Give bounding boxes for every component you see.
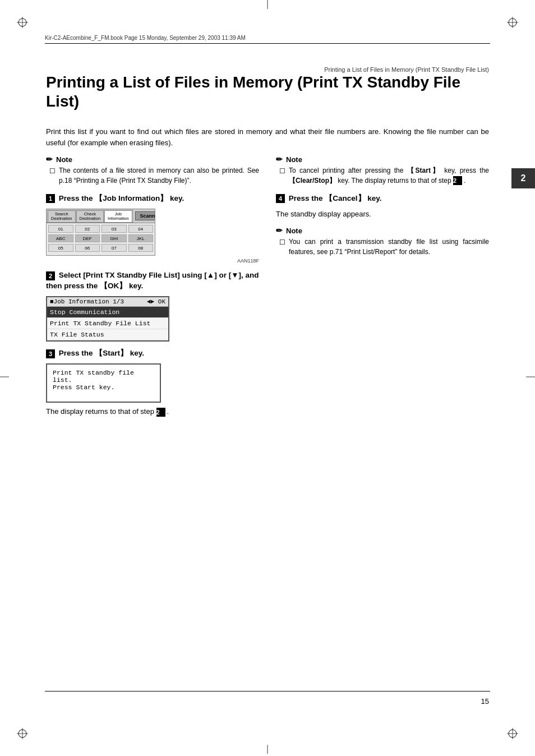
print-line-2: list. bbox=[53, 376, 154, 384]
cell-02: 02 bbox=[75, 225, 100, 233]
right-column: ✏ Note ☐ To cancel printing after pressi… bbox=[276, 155, 489, 423]
note-text-3: You can print a transmission standby fil… bbox=[289, 237, 489, 257]
menu-item-print-tx: Print TX Standby File List bbox=[47, 318, 168, 329]
top-meta: Kir-C2-AEcombine_F_FM.book Page 15 Monda… bbox=[45, 35, 490, 44]
print-line-3: Press Start key. bbox=[53, 384, 154, 391]
image-caption: AAN118F bbox=[46, 258, 259, 264]
step4-text: Press the 【Cancel】 key. bbox=[289, 194, 382, 202]
chapter-tab: 2 bbox=[511, 168, 535, 188]
step3-step-ref: 2 bbox=[156, 407, 167, 416]
scanner-button: Scanner bbox=[135, 211, 155, 220]
step1-number: 1 bbox=[46, 194, 55, 203]
menu-header-text: ■Job Information 1/3 bbox=[50, 298, 124, 305]
tick-bottom bbox=[264, 745, 271, 756]
two-column-layout: ✏ Note ☐ The contents of a file stored i… bbox=[46, 155, 489, 423]
corner-mark-tr bbox=[496, 17, 518, 39]
tick-top bbox=[264, 0, 271, 11]
note-section-1: ✏ Note ☐ The contents of a file stored i… bbox=[46, 155, 259, 186]
note-label-2: Note bbox=[286, 155, 302, 164]
cell-07: 07 bbox=[102, 244, 127, 252]
note-header-2: ✏ Note bbox=[276, 155, 489, 164]
footer-line bbox=[45, 691, 490, 692]
filename-text: Kir-C2-AEcombine_F_FM.book Page 15 Monda… bbox=[45, 35, 246, 41]
cell-abc: ABC bbox=[48, 234, 73, 242]
page-title: Printing a List of Files in Memory (Prin… bbox=[46, 73, 489, 115]
cell-03: 03 bbox=[102, 225, 127, 233]
step1-text: Press the 【Job Information】 key. bbox=[59, 194, 185, 202]
cell-04: 04 bbox=[128, 225, 154, 233]
note-item-1: ☐ The contents of a file stored in memor… bbox=[46, 166, 259, 186]
print-line-1: Print TX standby file bbox=[53, 369, 154, 376]
step2-number: 2 bbox=[46, 271, 55, 280]
chapter-number: 2 bbox=[521, 173, 526, 183]
note-text-2: To cancel printing after pressing the 【S… bbox=[289, 166, 489, 186]
note-section-3: ✏ Note ☐ You can print a transmission st… bbox=[276, 226, 489, 257]
tick-right bbox=[526, 373, 535, 383]
step3-text: Press the 【Start】 key. bbox=[59, 349, 144, 357]
cell-08: 08 bbox=[128, 244, 154, 252]
menu-display: ■Job Information 1/3 ◄► OK Stop Communic… bbox=[46, 296, 169, 342]
tick-left bbox=[0, 373, 9, 383]
cell-def: DEF bbox=[75, 234, 100, 242]
main-content: Printing a List of Files in Memory (Prin… bbox=[46, 73, 489, 424]
menu-header-row: ■Job Information 1/3 ◄► OK bbox=[47, 297, 168, 307]
cell-05: 05 bbox=[48, 244, 73, 252]
pencil-icon-1: ✏ bbox=[46, 155, 53, 164]
scanner-row-2: ABC DEF GHI JKL bbox=[48, 234, 153, 242]
note-section-2: ✏ Note ☐ To cancel printing after pressi… bbox=[276, 155, 489, 186]
cell-ghi: GHI bbox=[102, 234, 127, 242]
checkbox-icon-2: ☐ bbox=[279, 167, 285, 186]
print-display: Print TX standby file list. Press Start … bbox=[46, 363, 161, 403]
step2-text: Select [Print TX Standby File List] usin… bbox=[46, 271, 259, 290]
pencil-icon-3: ✏ bbox=[276, 226, 283, 235]
page-wrapper: Kir-C2-AEcombine_F_FM.book Page 15 Monda… bbox=[0, 0, 535, 756]
note-label-1: Note bbox=[56, 155, 72, 164]
step3-after-text: The display returns to that of step 2. bbox=[46, 406, 259, 417]
step4-number: 4 bbox=[276, 194, 285, 203]
corner-mark-tl bbox=[17, 17, 39, 39]
cell-06: 06 bbox=[75, 244, 100, 252]
pencil-icon-2: ✏ bbox=[276, 155, 283, 164]
left-column: ✏ Note ☐ The contents of a file stored i… bbox=[46, 155, 259, 423]
menu-item-tx-status: TX File Status bbox=[47, 329, 168, 340]
note-text-1: The contents of a file stored in memory … bbox=[59, 166, 259, 186]
step4-heading: 4 Press the 【Cancel】 key. bbox=[276, 193, 489, 204]
intro-text: Print this list if you want to find out … bbox=[46, 126, 489, 148]
step3-after-text-content: The display returns to that of step bbox=[46, 407, 154, 416]
scanner-row-3: 05 06 07 08 bbox=[48, 244, 153, 252]
cell-jkl: JKL bbox=[128, 234, 154, 242]
note-label-3: Note bbox=[286, 227, 302, 235]
page-header-text: Printing a List of Files in Memory (Prin… bbox=[324, 66, 489, 73]
corner-mark-bl bbox=[17, 717, 39, 739]
step2-heading: 2 Select [Print TX Standby File List] us… bbox=[46, 270, 259, 292]
tab-job-information: JobInformation bbox=[104, 210, 132, 223]
step4-after-text: The standby display appears. bbox=[276, 209, 489, 220]
checkbox-icon-1: ☐ bbox=[49, 167, 56, 186]
note-header-1: ✏ Note bbox=[46, 155, 259, 164]
scanner-row-1: 01 02 03 04 bbox=[48, 225, 153, 233]
page-number: 15 bbox=[481, 697, 489, 706]
note-item-3: ☐ You can print a transmission standby f… bbox=[276, 237, 489, 257]
checkbox-icon-3: ☐ bbox=[279, 238, 285, 257]
menu-ok-text: ◄► OK bbox=[147, 298, 165, 305]
tab-search-destination: SearchDestination bbox=[48, 210, 76, 223]
tab-check-destination: CheckDestination bbox=[76, 210, 104, 223]
scanner-grid: 01 02 03 04 ABC DEF GHI JKL 05 bbox=[47, 223, 155, 255]
step1-heading: 1 Press the 【Job Information】 key. bbox=[46, 193, 259, 204]
note-header-3: ✏ Note bbox=[276, 226, 489, 235]
corner-mark-br bbox=[496, 717, 518, 739]
step3-heading: 3 Press the 【Start】 key. bbox=[46, 348, 259, 359]
scanner-display: SearchDestination CheckDestination JobIn… bbox=[46, 209, 155, 256]
note-item-2: ☐ To cancel printing after pressing the … bbox=[276, 166, 489, 186]
step3-number: 3 bbox=[46, 349, 55, 358]
menu-item-stop: Stop Communication bbox=[47, 307, 168, 318]
cell-01: 01 bbox=[48, 225, 73, 233]
